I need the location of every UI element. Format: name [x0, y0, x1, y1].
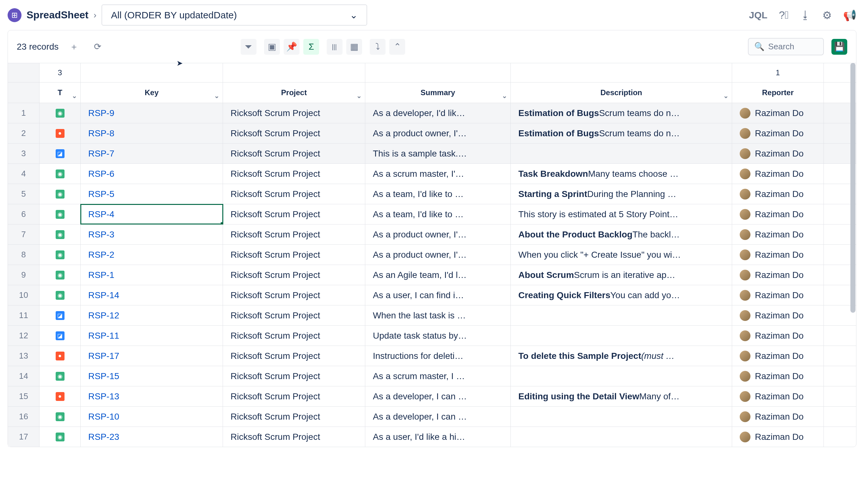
frame-icon[interactable]: ▣	[264, 39, 280, 55]
table-row[interactable]: 7◉RSP-3Ricksoft Scrum ProjectAs a produc…	[8, 224, 856, 244]
col-type[interactable]: T⌄	[39, 83, 81, 103]
type-cell[interactable]: ●	[39, 386, 81, 406]
table-row[interactable]: 10◉RSP-14Ricksoft Scrum ProjectAs a user…	[8, 285, 856, 305]
project-cell[interactable]: Ricksoft Scrum Project	[223, 407, 365, 427]
summary-cell[interactable]: As an Agile team, I'd l…	[365, 265, 511, 285]
type-cell[interactable]: ◉	[39, 245, 81, 265]
key-cell[interactable]: RSP-5	[81, 184, 223, 204]
table-row[interactable]: 17◉RSP-23Ricksoft Scrum ProjectAs a user…	[8, 427, 856, 447]
table-row[interactable]: 2●RSP-8Ricksoft Scrum ProjectAs a produc…	[8, 123, 856, 143]
type-cell[interactable]: ◪	[39, 305, 81, 325]
description-cell[interactable]	[511, 144, 732, 164]
project-cell[interactable]: Ricksoft Scrum Project	[223, 366, 365, 386]
download-icon[interactable]: ⭳	[800, 9, 811, 21]
tree-icon[interactable]: ⤵	[370, 39, 385, 55]
summary-cell[interactable]: As a user, I'd like a hi…	[365, 427, 511, 447]
key-cell[interactable]: RSP-11	[81, 326, 223, 346]
project-cell[interactable]: Ricksoft Scrum Project	[223, 204, 365, 224]
summary-cell[interactable]: As a developer, I can …	[365, 386, 511, 406]
reporter-cell[interactable]: Raziman Do	[732, 285, 824, 305]
reporter-cell[interactable]: Raziman Do	[732, 407, 824, 427]
project-cell[interactable]: Ricksoft Scrum Project	[223, 285, 365, 305]
reporter-cell[interactable]: Raziman Do	[732, 245, 824, 265]
description-cell[interactable]: Starting a Sprint During the Planning …	[511, 184, 732, 204]
table-row[interactable]: 3◪RSP-7Ricksoft Scrum ProjectThis is a s…	[8, 143, 856, 164]
description-cell[interactable]: About Scrum Scrum is an iterative ap…	[511, 265, 732, 285]
project-cell[interactable]: Ricksoft Scrum Project	[223, 326, 365, 346]
key-cell[interactable]: RSP-10	[81, 407, 223, 427]
add-button[interactable]: ＋	[66, 39, 82, 55]
key-cell[interactable]: RSP-8	[81, 123, 223, 143]
project-cell[interactable]: Ricksoft Scrum Project	[223, 184, 365, 204]
description-cell[interactable]: This story is estimated at 5 Story Point…	[511, 204, 732, 224]
type-cell[interactable]: ◉	[39, 184, 81, 204]
project-cell[interactable]: Ricksoft Scrum Project	[223, 265, 365, 285]
description-cell[interactable]: Task Breakdown Many teams choose …	[511, 164, 732, 184]
type-cell[interactable]: ◉	[39, 204, 81, 224]
col-reporter[interactable]: Reporter	[732, 83, 824, 103]
type-cell[interactable]: ◉	[39, 265, 81, 285]
type-cell[interactable]: ◪	[39, 326, 81, 346]
type-cell[interactable]: ◉	[39, 366, 81, 386]
reporter-cell[interactable]: Raziman Do	[732, 184, 824, 204]
summary-cell[interactable]: As a team, I'd like to …	[365, 184, 511, 204]
project-cell[interactable]: Ricksoft Scrum Project	[223, 427, 365, 447]
type-cell[interactable]: ◉	[39, 427, 81, 447]
grid-icon[interactable]: ▦	[346, 39, 362, 55]
summary-cell[interactable]: As a product owner, I'…	[365, 225, 511, 244]
summary-cell[interactable]: As a scrum master, I'…	[365, 164, 511, 184]
description-cell[interactable]	[511, 407, 732, 427]
key-cell[interactable]: RSP-12	[81, 305, 223, 325]
project-cell[interactable]: Ricksoft Scrum Project	[223, 225, 365, 244]
summary-cell[interactable]: This is a sample task.…	[365, 144, 511, 164]
key-cell[interactable]: RSP-17	[81, 346, 223, 366]
reporter-cell[interactable]: Raziman Do	[732, 386, 824, 406]
search-input[interactable]: 🔍 Search	[748, 38, 824, 55]
key-cell[interactable]: RSP-3	[81, 225, 223, 244]
col-description[interactable]: Description⌄	[511, 83, 732, 103]
gear-icon[interactable]: ⚙	[822, 9, 832, 22]
project-cell[interactable]: Ricksoft Scrum Project	[223, 164, 365, 184]
table-row[interactable]: 12◪RSP-11Ricksoft Scrum ProjectUpdate ta…	[8, 325, 856, 346]
filter-icon[interactable]: ⏷	[241, 39, 256, 55]
filter-dropdown[interactable]: All (ORDER BY updatedDate) ⌄	[101, 4, 367, 26]
key-cell[interactable]: RSP-7	[81, 144, 223, 164]
table-row[interactable]: 11◪RSP-12Ricksoft Scrum ProjectWhen the …	[8, 305, 856, 325]
col-key[interactable]: Key⌄	[81, 83, 223, 103]
key-cell[interactable]: RSP-14	[81, 285, 223, 305]
sigma-icon[interactable]: Σ	[303, 39, 319, 55]
table-row[interactable]: 16◉RSP-10Ricksoft Scrum ProjectAs a deve…	[8, 406, 856, 427]
description-cell[interactable]	[511, 427, 732, 447]
save-button[interactable]: 💾	[831, 39, 847, 55]
table-row[interactable]: 4◉RSP-6Ricksoft Scrum ProjectAs a scrum …	[8, 164, 856, 184]
refresh-button[interactable]: ⟳	[89, 39, 105, 55]
type-cell[interactable]: ◉	[39, 407, 81, 427]
description-cell[interactable]: Estimation of Bugs Scrum teams do n…	[511, 103, 732, 123]
key-cell[interactable]: RSP-13	[81, 386, 223, 406]
project-cell[interactable]: Ricksoft Scrum Project	[223, 305, 365, 325]
jql-button[interactable]: JQL	[749, 10, 767, 21]
summary-cell[interactable]: As a team, I'd like to …	[365, 204, 511, 224]
description-cell[interactable]	[511, 326, 732, 346]
reporter-cell[interactable]: Raziman Do	[732, 225, 824, 244]
reporter-cell[interactable]: Raziman Do	[732, 427, 824, 447]
description-cell[interactable]: About the Product Backlog The backl…	[511, 225, 732, 244]
table-row[interactable]: 14◉RSP-15Ricksoft Scrum ProjectAs a scru…	[8, 366, 856, 386]
description-cell[interactable]: Estimation of Bugs Scrum teams do n…	[511, 123, 732, 143]
help-icon[interactable]: ?⃝	[779, 9, 789, 21]
summary-cell[interactable]: Instructions for deleti…	[365, 346, 511, 366]
key-cell[interactable]: RSP-23	[81, 427, 223, 447]
table-row[interactable]: 8◉RSP-2Ricksoft Scrum ProjectAs a produc…	[8, 244, 856, 265]
key-cell[interactable]: RSP-15	[81, 366, 223, 386]
collapse-icon[interactable]: ⌃	[389, 39, 405, 55]
summary-cell[interactable]: When the last task is …	[365, 305, 511, 325]
reporter-cell[interactable]: Raziman Do	[732, 144, 824, 164]
table-row[interactable]: 13●RSP-17Ricksoft Scrum ProjectInstructi…	[8, 346, 856, 366]
description-cell[interactable]: Creating Quick Filters You can add yo…	[511, 285, 732, 305]
project-cell[interactable]: Ricksoft Scrum Project	[223, 346, 365, 366]
reporter-cell[interactable]: Raziman Do	[732, 164, 824, 184]
reporter-cell[interactable]: Raziman Do	[732, 326, 824, 346]
megaphone-icon[interactable]: 📢	[843, 9, 856, 22]
table-row[interactable]: 5◉RSP-5Ricksoft Scrum ProjectAs a team, …	[8, 184, 856, 204]
project-cell[interactable]: Ricksoft Scrum Project	[223, 245, 365, 265]
